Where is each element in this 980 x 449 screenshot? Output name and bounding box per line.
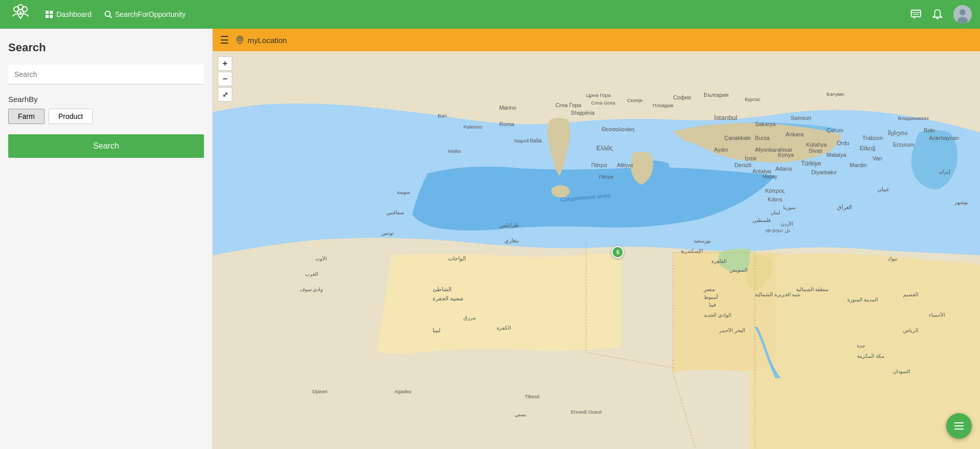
search-input[interactable] [14,70,198,78]
svg-text:لبنان: لبنان [770,210,780,215]
svg-text:Θεσσαλονίκη: Θεσσαλονίκη [601,126,634,132]
svg-text:تونس: تونس [381,230,394,236]
dashboard-label: Dashboard [56,10,92,18]
svg-text:Αθήνα: Αθήνα [617,162,633,168]
avatar-btn[interactable] [953,5,972,24]
svg-text:بوشهر: بوشهر [954,199,968,206]
map-menu-icon[interactable]: ☰ [220,34,229,46]
search-nav-icon [104,10,112,18]
svg-text:Ennedi Ouest: Ennedi Ouest [571,409,602,415]
svg-text:السويس: السويس [729,267,748,273]
svg-text:إيران: إيران [939,169,950,175]
svg-text:القاهرة: القاهرة [711,258,727,264]
search-opportunity-nav-item[interactable]: SearchForOpportunity [104,10,186,18]
svg-point-8 [105,11,110,16]
svg-text:عمان: عمان [877,186,890,192]
svg-text:Πάτρα: Πάτρα [599,174,614,179]
map-background: Средиземное море Malta Italia Roma Napol… [213,51,980,449]
svg-text:Πάτρα: Πάτρα [591,162,608,168]
svg-text:Ελλάς: Ελλάς [597,145,614,152]
fab-button[interactable] [946,413,972,439]
svg-text:София: София [673,94,691,100]
svg-line-9 [110,16,112,18]
marker-value: 5 [616,249,619,255]
searchby-buttons: Farm Product [8,109,204,124]
svg-text:بستي: بستي [515,412,526,417]
svg-text:Скопје: Скопје [627,97,643,103]
svg-text:صفاقس: صفاقس [386,210,404,216]
svg-text:Црна Гора: Црна Гора [586,92,611,98]
svg-text:Trabzon: Trabzon [862,135,883,141]
svg-text:İzmir: İzmir [745,155,757,161]
svg-text:جدة: جدة [857,343,865,349]
expand-btn[interactable]: ⤢ [218,87,232,101]
svg-text:الكفرة: الكفرة [497,325,511,331]
svg-text:Malatya: Malatya [827,152,847,158]
svg-text:Kütahya: Kütahya [806,141,827,148]
svg-text:Agadez: Agadez [394,389,412,394]
svg-text:الغرب: الغرب [305,271,318,277]
svg-text:Shqipëria: Shqipëria [571,110,595,116]
svg-text:İstanbul: İstanbul [714,114,738,121]
svg-text:البحر الأحمر: البحر الأحمر [719,328,745,334]
svg-text:الإسكندرية: الإسكندرية [681,248,703,254]
map-controls: + − ⤢ [218,56,232,101]
svg-text:سوريا: سوريا [783,205,795,211]
svg-text:بورسعيد: بورسعيد [693,238,711,244]
location-pin-icon [235,35,244,45]
svg-text:Владикавказ: Владикавказ [898,115,929,121]
map-location-label: myLocation [235,35,287,45]
svg-text:Çanakkale: Çanakkale [724,135,751,141]
sidebar-title: Search [8,41,204,54]
svg-text:Roma: Roma [499,121,515,127]
svg-text:فلسطين: فلسطين [752,217,771,223]
svg-text:Samsun: Samsun [791,115,811,121]
svg-text:Denizli: Denizli [734,162,751,168]
svg-text:Antalya: Antalya [752,168,771,174]
search-button[interactable]: Search [8,134,204,158]
list-icon [953,420,965,432]
map-svg-area[interactable]: Средиземное море Malta Italia Roma Napol… [213,51,980,449]
svg-rect-7 [50,15,53,18]
zoom-in-btn[interactable]: + [218,56,232,71]
product-toggle-btn[interactable]: Product [49,109,93,124]
svg-point-14 [959,9,966,15]
svg-text:България: България [704,92,729,98]
svg-text:الرياض: الرياض [903,328,918,334]
svg-text:Türkiye: Türkiye [801,160,822,167]
svg-text:Erzurum: Erzurum [893,141,914,148]
zoom-out-btn[interactable]: − [218,72,232,86]
svg-text:الوادي الجديد: الوادي الجديد [704,312,731,318]
svg-text:Napoli: Napoli [515,138,529,144]
svg-text:Crna Gora: Crna Gora [591,100,616,106]
search-opportunity-label: SearchForOpportunity [115,10,186,18]
svg-text:القصيم: القصيم [903,292,918,298]
svg-text:Italia: Italia [530,137,542,144]
svg-text:أسيوط: أسيوط [704,294,718,300]
svg-text:Elâzığ: Elâzığ [860,145,875,151]
svg-text:وادي سوف: وادي سوف [300,287,323,293]
chat-icon-btn[interactable] [910,9,922,20]
grid-icon [45,10,53,18]
svg-text:Kıbrıs: Kıbrıs [768,196,783,202]
sidebar: Search SearhBy Farm Product Search [0,29,213,449]
svg-text:Diyarbakır: Diyarbakır [811,169,837,175]
svg-rect-129 [954,422,964,423]
svg-text:Bakı: Bakı [924,127,935,133]
svg-text:Bursa: Bursa [755,135,770,141]
dashboard-nav-item[interactable]: Dashboard [45,10,92,18]
svg-text:Malta: Malta [448,148,461,154]
farm-toggle-btn[interactable]: Farm [8,109,45,124]
svg-text:الأردن: الأردن [781,221,793,227]
svg-text:Adana: Adana [775,166,792,172]
searchby-label: SearhBy [8,95,204,104]
app-logo[interactable] [8,2,33,27]
svg-text:فينا: فينا [709,302,716,308]
svg-text:مرزق: مرزق [463,315,476,321]
svg-rect-130 [954,425,964,426]
bell-icon-btn[interactable] [932,9,943,20]
svg-text:الأحساء: الأحساء [929,312,945,318]
svg-text:Marino: Marino [499,105,517,111]
svg-rect-4 [46,11,49,14]
navbar: Dashboard SearchForOpportunity [0,0,980,29]
